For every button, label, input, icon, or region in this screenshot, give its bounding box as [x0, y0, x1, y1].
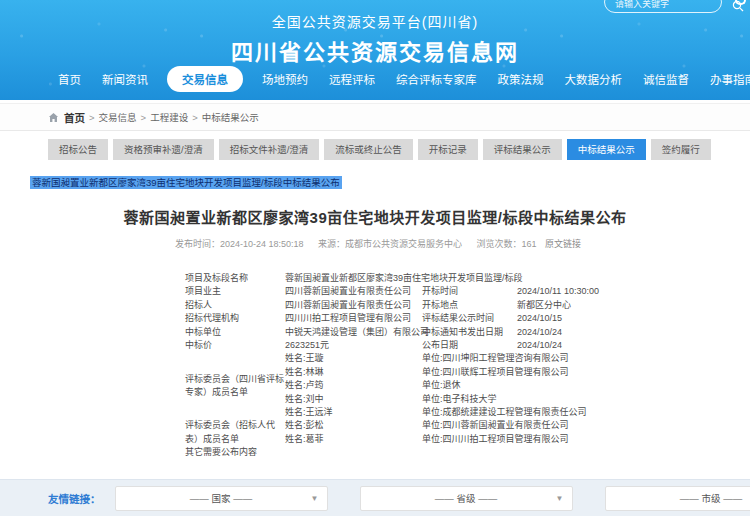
row-label: 招标代理机构 [185, 312, 285, 325]
breadcrumb-separator: > [89, 112, 95, 123]
friend-link-selects: —— 国家 —— ▼ —— 省级 —— ▼ —— 市级 —— ▼ [115, 486, 750, 511]
member-name: 姓名:林琳 [285, 366, 422, 379]
breadcrumb-items: >交易信息>工程建设>中标结果公示 [85, 110, 259, 124]
row-value: 四川蓉新国昶置业有限责任公司 [285, 285, 422, 298]
table-row: 招标代理机构 四川川拍工程项目管理有限公司 评标结果公示时间 2024/10/1… [185, 312, 625, 325]
tab[interactable]: 签约履行 [651, 139, 711, 160]
tab[interactable]: 招标公告 [48, 139, 108, 160]
footer: 友情链接： —— 国家 —— ▼ —— 省级 —— ▼ —— 市级 —— ▼ [0, 479, 750, 516]
category-tabs: 招标公告资格预审补遗/澄清招标文件补遗/澄清流标或终止公告开标记录评标结果公示中… [0, 139, 750, 160]
nav-item[interactable]: 新闻资讯 [100, 66, 150, 92]
member-org: 单位:成都统建建设工程管理有限责任公司 [422, 406, 625, 419]
nav-item[interactable]: 办事指南 [708, 66, 750, 92]
nav-item[interactable]: 场地预约 [260, 66, 310, 92]
member-org: 单位:电子科技大学 [422, 393, 625, 406]
chevron-down-icon: ▼ [311, 494, 319, 503]
site-title: 四川省公共资源交易信息网 [0, 34, 750, 66]
row-label: 招标人 [185, 299, 285, 312]
table-row: 项目业主 四川蓉新国昶置业有限责任公司 开标时间 2024/10/11 10:3… [185, 285, 625, 298]
nav-item[interactable]: 综合评标专家库 [394, 66, 479, 92]
member-row: 姓名:王璇 单位:四川坤阳工程管理咨询有限公司 [285, 352, 625, 365]
tab[interactable]: 流标或终止公告 [324, 139, 413, 160]
nav-item[interactable]: 首页 [56, 66, 83, 92]
member-name: 姓名:刘中 [285, 393, 422, 406]
row-label: 中标价 [185, 339, 285, 352]
row-label-2: 公布日期 [422, 339, 517, 352]
tab[interactable]: 评标结果公示 [483, 139, 562, 160]
friend-link-select[interactable]: —— 市级 —— ▼ [605, 486, 750, 511]
row-label-2 [422, 272, 517, 285]
member-name: 姓名:葛菲 [285, 433, 422, 446]
breadcrumb-home[interactable]: 首页 [64, 110, 85, 125]
page-title: 蓉新国昶置业新都区廖家湾39亩住宅地块开发项目监理/标段中标结果公布 [0, 206, 750, 227]
member-row: 姓名:王远洋 单位:成都统建建设工程管理有限责任公司 [285, 406, 625, 419]
breadcrumb-separator: > [141, 112, 147, 123]
breadcrumb-item[interactable]: 交易信息 [99, 112, 137, 123]
committee-label: 评标委员会（四川省评标专家）成员名单 [185, 352, 285, 419]
member-row: 姓名:林琳 单位:四川联辉工程项目管理有限公司 [285, 366, 625, 379]
row-label: 项目及标段名称 [185, 272, 285, 285]
search-box[interactable] [604, 0, 722, 13]
committee-label: 评标委员会（招标人代表）成员名单 [185, 419, 285, 446]
table-row: 招标人 四川蓉新国昶置业有限责任公司 开标地点 新都区分中心 [185, 299, 625, 312]
member-org: 单位:四川蓉新国昶置业有限责任公司 [422, 419, 625, 432]
nav-item[interactable]: 政策法规 [496, 66, 546, 92]
committee-members: 姓名:彭松 单位:四川蓉新国昶置业有限责任公司 姓名:葛菲 单位:四川川拍工程项… [285, 419, 625, 446]
selected-list-item[interactable]: 蓉新国昶置业新都区廖家湾39亩住宅地块开发项目监理/标段中标结果公布 [30, 176, 342, 189]
tab[interactable]: 资格预审补遗/澄清 [113, 139, 214, 160]
member-org: 单位:四川川拍工程项目管理有限公司 [422, 433, 625, 446]
publish-time: 发布时间：2024-10-24 18:50:18 [175, 239, 304, 249]
select-value: —— 省级 —— [435, 491, 497, 505]
breadcrumb-item[interactable]: 中标结果公示 [202, 112, 259, 123]
row-label-2: 开标时间 [422, 285, 517, 298]
member-row: 姓名:刘中 单位:电子科技大学 [285, 393, 625, 406]
info-rows: 项目及标段名称 蓉新国昶置业新都区廖家湾39亩住宅地块开发项目监理/标段 项目业… [185, 272, 625, 352]
member-row: 姓名:彭松 单位:四川蓉新国昶置业有限责任公司 [285, 419, 625, 432]
row-label: 中标单位 [185, 326, 285, 339]
row-value-2: 2024/10/15 [517, 312, 625, 325]
member-row: 姓名:卢筠 单位:退休 [285, 379, 625, 392]
chevron-down-icon: ▼ [556, 494, 564, 503]
member-org: 单位:退休 [422, 379, 625, 392]
breadcrumb-item[interactable]: 工程建设 [150, 112, 188, 123]
main-nav: 首页新闻资讯交易信息场地预约远程评标综合评标专家库政策法规大数据分析诚信监督办事… [0, 66, 750, 92]
member-row: 姓名:葛菲 单位:四川川拍工程项目管理有限公司 [285, 433, 625, 446]
nav-item[interactable]: 大数据分析 [563, 66, 625, 92]
row-value: 中锐天鸿建设管理（集团）有限公司 [285, 326, 422, 339]
committee-owner: 评标委员会（招标人代表）成员名单 姓名:彭松 单位:四川蓉新国昶置业有限责任公司… [185, 419, 625, 446]
user-icon[interactable] [735, 0, 746, 5]
selected-text-line: 蓉新国昶置业新都区廖家湾39亩住宅地块开发项目监理/标段中标结果公布 [30, 172, 750, 190]
tab[interactable]: 中标结果公示 [567, 139, 646, 160]
nav-item[interactable]: 诚信监督 [641, 66, 691, 92]
result-detail-table: 项目及标段名称 蓉新国昶置业新都区廖家湾39亩住宅地块开发项目监理/标段 项目业… [185, 272, 625, 460]
site-header: 全国公共资源交易平台(四川省) 四川省公共资源交易信息网 首页新闻资讯交易信息场… [0, 0, 750, 100]
table-row: 中标价 2623251元 公布日期 2024/10/24 [185, 339, 625, 352]
row-label: 项目业主 [185, 285, 285, 298]
row-value: 四川蓉新国昶置业有限责任公司 [285, 299, 422, 312]
breadcrumb: 首页 >交易信息>工程建设>中标结果公示 [0, 103, 750, 131]
member-org: 单位:四川坤阳工程管理咨询有限公司 [422, 352, 625, 365]
other-content-label: 其它需要公布内容 [185, 446, 625, 459]
article-meta: 发布时间：2024-10-24 18:50:18 来源：成都市公共资源交易服务中… [0, 237, 750, 250]
table-row: 中标单位 中锐天鸿建设管理（集团）有限公司 中标通知书发出日期 2024/10/… [185, 326, 625, 339]
row-value: 蓉新国昶置业新都区廖家湾39亩住宅地块开发项目监理/标段 [285, 272, 422, 285]
search-input[interactable] [605, 0, 732, 12]
row-value-2: 2024/10/24 [517, 326, 625, 339]
committee-provincial: 评标委员会（四川省评标专家）成员名单 姓名:王璇 单位:四川坤阳工程管理咨询有限… [185, 352, 625, 419]
member-org: 单位:四川联辉工程项目管理有限公司 [422, 366, 625, 379]
row-label-2: 开标地点 [422, 299, 517, 312]
breadcrumb-separator: > [192, 112, 198, 123]
friend-link-select[interactable]: —— 国家 —— ▼ [115, 486, 328, 511]
row-value-2: 2024/10/24 [517, 339, 625, 352]
home-icon [48, 112, 59, 123]
nav-item[interactable]: 交易信息 [167, 66, 243, 92]
friend-link-select[interactable]: —— 省级 —— ▼ [360, 486, 573, 511]
origin-link[interactable]: 原文链接 [545, 239, 581, 249]
tab[interactable]: 招标文件补遗/澄清 [219, 139, 320, 160]
nav-item[interactable]: 远程评标 [327, 66, 377, 92]
member-name: 姓名:王璇 [285, 352, 422, 365]
friend-links-label: 友情链接： [48, 491, 101, 506]
tab[interactable]: 开标记录 [418, 139, 478, 160]
row-value-2: 2024/10/11 10:30:00 [517, 285, 625, 298]
member-name: 姓名:卢筠 [285, 379, 422, 392]
